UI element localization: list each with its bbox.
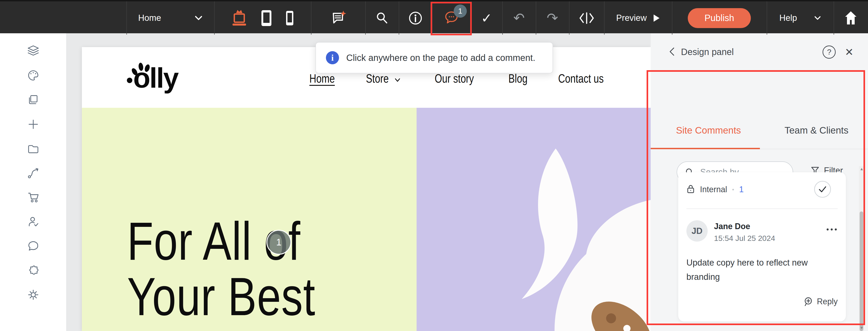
comment-thread-card[interactable]: Internal • 1 JD Jane Doe 15:54 Jul 25 20… [678,172,846,322]
hero-heading-line2[interactable]: Your Best [127,266,315,327]
thread-divider [686,209,838,209]
scrollbar-thumb[interactable] [860,212,863,331]
site-nav-blog[interactable]: Blog [508,71,527,85]
ai-assistant-button[interactable] [311,1,365,35]
reply-plus-bubble-icon [803,296,813,307]
site-nav-home[interactable]: Home [309,71,335,85]
publish-area: Publish [672,1,767,35]
comment-marker-1[interactable]: 1 [267,230,291,255]
help-label: Help [779,13,797,23]
thread-count: 1 [739,185,744,194]
scroll-down-arrow[interactable]: ▼ [860,326,864,330]
panel-tabs: Site Comments Team & Clients [651,71,868,145]
folder-icon[interactable] [26,141,41,156]
redo-icon: ↷ [547,11,558,25]
settings-gear-icon[interactable] [26,287,41,302]
info-button[interactable] [399,1,432,35]
site-nav-store[interactable]: Store [366,71,401,85]
author-avatar: JD [686,220,708,242]
thread-visibility: Internal [700,185,727,194]
author-name: Jane Doe [714,222,750,231]
dog-photo-illustration [416,108,651,331]
help-menu[interactable]: Help [767,1,834,35]
more-options-icon[interactable] [827,228,837,230]
puzzle-icon[interactable] [26,263,41,278]
site-nav-our-story[interactable]: Our story [435,71,474,85]
layers-icon[interactable] [26,43,41,59]
panel-scrollbar[interactable]: ▲ ▼ [859,166,864,331]
tab-team-clients[interactable]: Team & Clients [784,125,848,136]
home-icon [844,10,858,26]
chevron-down-icon [395,71,401,85]
page-selector[interactable]: Home [126,1,214,35]
add-elements-icon[interactable] [26,117,41,132]
comment-mode-tooltip: i Click anywhere on the page to add a co… [315,42,553,73]
help-icon[interactable]: ? [823,46,836,59]
close-icon[interactable]: ✕ [845,46,854,58]
resolve-thread-button[interactable] [814,181,831,198]
top-toolbar: Home [0,0,868,33]
reply-label: Reply [817,297,838,306]
scroll-up-arrow[interactable]: ▲ [860,167,864,171]
svg-text:olly: olly [133,62,179,93]
design-panel: Design panel ? ✕ Site Comments Team & Cl… [651,33,868,331]
active-tab-underline [651,148,760,149]
publish-button[interactable]: Publish [688,8,751,28]
site-logo[interactable]: olly [126,58,196,95]
chevron-down-icon [814,16,821,20]
tooltip-text: Click anywhere on the page to add a comm… [346,53,535,63]
tablet-device-icon[interactable] [260,9,272,27]
preview-label: Preview [616,13,647,23]
comments-button[interactable]: 1 [432,1,471,35]
mobile-device-icon[interactable] [285,10,294,26]
back-chevron-icon[interactable] [668,47,675,57]
palette-icon[interactable] [26,68,41,83]
comment-body: Update copy here to reflect new branding [686,256,836,284]
reply-button[interactable]: Reply [803,296,838,307]
redo-button[interactable]: ↷ [536,1,569,35]
panel-title: Design panel [681,47,734,57]
undo-icon: ↶ [514,11,525,25]
pages-icon[interactable] [26,92,41,108]
site-nav-contact[interactable]: Contact us [558,71,603,85]
hero-image-dog[interactable] [416,108,651,331]
chat-icon[interactable] [26,239,41,254]
member-check-icon[interactable] [26,214,41,229]
device-switcher [214,1,311,35]
search-button[interactable] [365,1,399,35]
desktop-device-icon[interactable] [231,9,247,27]
comments-count-badge: 1 [454,4,467,18]
undo-button[interactable]: ↶ [502,1,536,35]
cart-icon[interactable] [26,190,41,205]
thread-header: Internal • 1 [686,184,838,195]
lock-icon [686,184,695,195]
site-nav-store-label: Store [366,72,389,85]
dot-separator: • [732,186,734,193]
left-sidebar [0,33,67,331]
play-icon [653,14,660,22]
comment-timestamp: 15:54 Jul 25 2024 [714,234,775,243]
panel-header: Design panel ? ✕ [651,33,868,71]
preview-button[interactable]: Preview [604,1,672,35]
check-icon: ✓ [481,11,492,25]
route-icon[interactable] [26,165,41,181]
resolve-mode-button[interactable]: ✓ [471,1,502,35]
check-icon [818,186,827,193]
info-icon: i [326,51,339,64]
chevron-down-icon [195,16,203,21]
page-selector-label: Home [138,13,161,23]
dashboard-home-button[interactable] [834,1,868,35]
code-button[interactable] [569,1,604,35]
tab-site-comments[interactable]: Site Comments [676,125,741,136]
